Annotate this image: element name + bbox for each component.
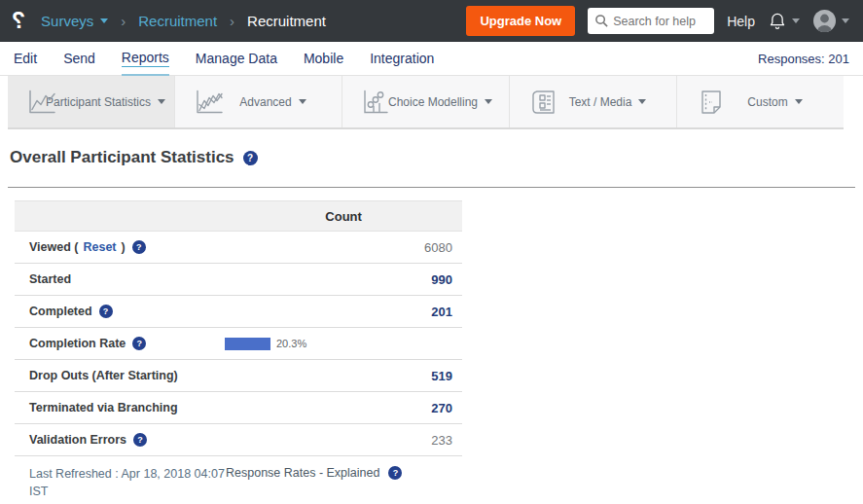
row-value: 201 [225,305,462,319]
breadcrumb-current-survey: Recruitment [247,13,326,29]
reset-link[interactable]: Reset [83,240,116,254]
tab-advanced[interactable]: Advanced [175,76,342,127]
table-row-completion-rate: Completion Rate ? 20.3% [15,328,462,360]
notifications-menu[interactable] [768,11,800,31]
nav-item-edit[interactable]: Edit [14,42,37,75]
help-search [588,8,714,34]
table-row-started: Started 990 [15,264,462,296]
divider [8,187,855,188]
help-icon[interactable]: ? [132,240,146,254]
help-icon[interactable]: ? [133,433,147,447]
response-rates-label: Response Rates - Explained [226,466,379,480]
account-menu[interactable] [812,9,849,33]
newspaper-icon [529,89,557,116]
breadcrumb-surveys-label: Surveys [41,13,93,29]
row-label: Validation Errors [29,433,126,447]
main-content: Overall Participant Statistics ? Count V… [0,148,863,504]
breadcrumb-separator: › [230,13,234,29]
nav-item-integration[interactable]: Integration [370,42,434,75]
chevron-down-icon [299,99,306,104]
top-bar: ? Surveys › Recruitment › Recruitment Up… [0,0,863,42]
last-refreshed: Last Refreshed : Apr 18, 2018 04:07 IST … [15,465,226,504]
response-rates-explained[interactable]: Response Rates - Explained ? [226,466,402,480]
table-row-drop-outs: Drop Outs (After Starting) 519 [15,360,462,392]
row-label: Started [29,272,71,286]
row-label-end: ) [122,240,126,254]
breadcrumb-surveys[interactable]: Surveys [41,13,108,29]
topbar-right-group: Upgrade Now Help [466,6,849,36]
completion-rate-percent: 20.3% [276,338,306,349]
chevron-down-icon [158,99,165,104]
table-row-viewed: Viewed ( Reset ) ? 6080 [15,232,462,264]
row-value: 6080 [225,240,462,255]
chevron-down-icon [842,18,849,23]
chevron-down-icon [792,18,800,23]
row-label: Completion Rate [29,337,126,350]
tab-choice-modelling[interactable]: Choice Modelling [342,76,510,127]
bubble-chart-icon [362,89,389,115]
chevron-down-icon [795,99,803,104]
last-refreshed-text: Last Refreshed : Apr 18, 2018 04:07 IST [29,467,225,498]
questionpro-logo-icon[interactable]: ? [12,10,25,32]
avatar [812,9,837,33]
row-label: Viewed ( [29,240,78,254]
participant-statistics-table: Count Viewed ( Reset ) ? 6080 Started 99… [15,200,462,456]
nav-item-reports[interactable]: Reports [122,42,169,75]
table-header: Count [15,200,462,232]
help-link[interactable]: Help [727,14,755,29]
row-label: Terminated via Branching [29,401,178,414]
row-label: Completed [29,305,92,318]
help-icon[interactable]: ? [388,466,402,480]
completion-rate-bar [225,338,270,350]
breadcrumb-separator: › [121,13,126,29]
table-row-validation-errors: Validation Errors ? 233 [15,424,462,456]
chevron-down-icon [100,18,108,23]
nav-item-send[interactable]: Send [63,42,95,75]
search-icon [594,14,609,28]
multi-line-chart-icon [195,89,224,115]
survey-nav-bar: Edit Send Reports Manage Data Mobile Int… [0,42,863,76]
help-icon[interactable]: ? [243,151,258,165]
tab-participant-statistics[interactable]: Participant Statistics [8,76,175,127]
nav-item-manage-data[interactable]: Manage Data [196,42,277,75]
bell-icon [768,11,787,31]
nav-item-mobile[interactable]: Mobile [304,42,343,75]
table-row-terminated: Terminated via Branching 270 [15,392,462,424]
row-value: 519 [225,369,462,383]
report-type-toolbar: Participant Statistics Advanced Choice M… [8,76,844,129]
tab-text-media[interactable]: Text / Media [510,76,677,127]
page-title: Overall Participant Statistics ? [10,148,855,167]
responses-count: Responses: 201 [758,52,849,66]
upgrade-now-button[interactable]: Upgrade Now [466,6,575,36]
help-icon[interactable]: ? [132,337,146,350]
page-title-text: Overall Participant Statistics [10,148,234,167]
chevron-down-icon [638,99,646,104]
breadcrumb-parent-survey[interactable]: Recruitment [138,13,217,29]
count-column-header: Count [225,209,462,224]
custom-page-icon [697,89,724,116]
line-chart-icon [27,89,56,115]
breadcrumb: Surveys › Recruitment › Recruitment [41,13,326,29]
row-value: 990 [225,272,462,287]
row-value: 270 [225,401,462,415]
tab-custom[interactable]: Custom [677,76,844,127]
help-icon[interactable]: ? [99,305,113,318]
table-row-completed: Completed ? 201 [15,296,462,328]
row-value: 233 [225,433,462,448]
table-footer: Last Refreshed : Apr 18, 2018 04:07 IST … [15,465,462,504]
row-label: Drop Outs (After Starting) [29,369,178,382]
chevron-down-icon [485,99,492,104]
